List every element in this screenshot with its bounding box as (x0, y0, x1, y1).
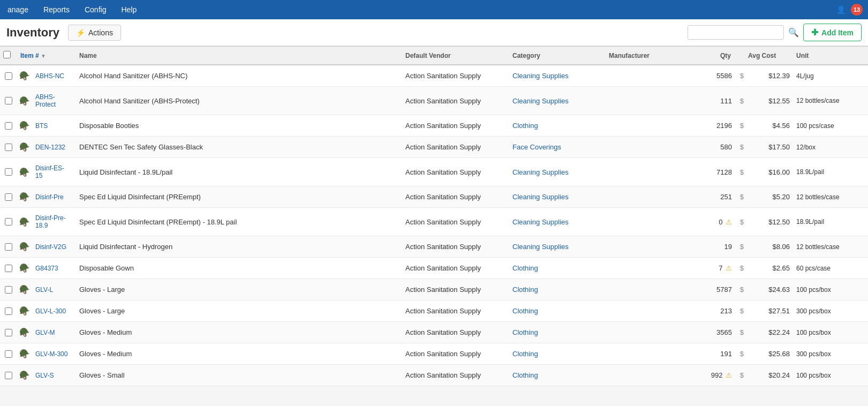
page-header: Inventory ⚡ Actions 🔍 ✚ Add Item (0, 19, 868, 46)
item-dollar-13: $ (734, 368, 745, 382)
row-checkbox-3[interactable] (0, 140, 17, 154)
item-avg-cost-3: $17.50 (745, 140, 793, 154)
row-checkbox-11[interactable] (0, 326, 17, 340)
table-row: 🪖 GLV-M Gloves - Medium Action Sanitatio… (0, 322, 868, 343)
item-category-9: Clothing (509, 282, 606, 297)
row-checkbox-12[interactable] (0, 347, 17, 361)
item-num-13: 🪖 GLV-S (17, 365, 76, 386)
item-dollar-6: $ (734, 215, 745, 229)
item-vendor-0: Action Sanitation Supply (402, 69, 509, 83)
add-item-button[interactable]: ✚ Add Item (803, 24, 862, 41)
item-id-link-1[interactable]: ABHS-Protect (32, 90, 74, 111)
add-item-label: Add Item (821, 28, 854, 37)
item-num-2: 🪖 BTS (17, 116, 76, 136)
item-name-7: Liquid Disinfectant - Hydrogen (76, 239, 402, 254)
item-id-link-8[interactable]: G84373 (32, 261, 62, 275)
col-category: Category (509, 51, 606, 61)
item-vendor-6: Action Sanitation Supply (402, 215, 509, 229)
item-id-link-10[interactable]: GLV-L-300 (32, 304, 69, 318)
item-vendor-2: Action Sanitation Supply (402, 118, 509, 133)
row-checkbox-5[interactable] (0, 190, 17, 204)
item-id-link-11[interactable]: GLV-M (32, 326, 58, 340)
item-qty-8: 7 ⚠ (691, 261, 734, 275)
notification-badge[interactable]: 13 (851, 4, 863, 16)
item-id-link-0[interactable]: ABHS-NC (32, 69, 67, 83)
item-manufacturer-8 (606, 265, 691, 272)
item-id-link-3[interactable]: DEN-1232 (32, 140, 69, 154)
item-id-link-7[interactable]: Disinf-V2G (32, 240, 70, 254)
hardhat-icon-4: 🪖 (19, 167, 30, 177)
item-id-link-13[interactable]: GLV-S (32, 369, 57, 382)
hardhat-icon-0: 🪖 (19, 71, 30, 81)
item-vendor-9: Action Sanitation Supply (402, 282, 509, 297)
item-avg-cost-12: $25.68 (745, 347, 793, 361)
item-id-link-6[interactable]: Disinf-Pre-18.9 (32, 211, 74, 232)
table-row: 🪖 BTS Disposable Booties Action Sanitati… (0, 115, 868, 137)
item-avg-cost-6: $12.50 (745, 215, 793, 229)
item-category-1: Cleaning Supplies (509, 94, 606, 108)
item-id-link-2[interactable]: BTS (32, 119, 51, 133)
item-qty-4: 7128 (691, 165, 734, 179)
actions-button[interactable]: ⚡ Actions (68, 25, 121, 41)
item-manufacturer-11 (606, 329, 691, 336)
item-num-12: 🪖 GLV-M-300 (17, 344, 76, 364)
item-qty-11: 3565 (691, 325, 734, 340)
select-all-checkbox[interactable] (3, 51, 11, 58)
hardhat-icon-10: 🪖 (19, 306, 30, 316)
item-manufacturer-2 (606, 123, 691, 129)
page-title: Inventory (6, 26, 59, 40)
item-name-3: DENTEC Sen Tec Safety Glasses-Black (76, 140, 402, 154)
row-checkbox-9[interactable] (0, 283, 17, 297)
item-avg-cost-4: $16.00 (745, 165, 793, 179)
item-avg-cost-0: $12.39 (745, 69, 793, 83)
col-unit: Unit (793, 51, 868, 61)
col-avg-cost: Avg Cost (745, 51, 793, 61)
hardhat-icon-11: 🪖 (19, 327, 30, 337)
nav-help[interactable]: Help (119, 1, 139, 18)
row-checkbox-2[interactable] (0, 119, 17, 133)
item-unit-5: 12 bottles/case (793, 190, 868, 204)
row-checkbox-1[interactable] (0, 94, 17, 108)
row-checkbox-4[interactable] (0, 165, 17, 179)
row-checkbox-7[interactable] (0, 240, 17, 254)
row-checkbox-6[interactable] (0, 215, 17, 229)
item-num-4: 🪖 Disinf-ES-15 (17, 158, 76, 186)
col-checkbox[interactable] (0, 50, 17, 61)
table-row: 🪖 Disinf-ES-15 Liquid Disinfectant - 18.… (0, 158, 868, 186)
nav-config[interactable]: Config (82, 1, 108, 18)
row-checkbox-0[interactable] (0, 69, 17, 83)
item-qty-3: 580 (691, 140, 734, 154)
item-id-link-9[interactable]: GLV-L (32, 283, 56, 297)
row-checkbox-13[interactable] (0, 369, 17, 382)
item-category-2: Clothing (509, 118, 606, 133)
nav-reports[interactable]: Reports (41, 1, 72, 18)
hardhat-icon-13: 🪖 (19, 370, 30, 380)
item-name-10: Gloves - Large (76, 304, 402, 318)
sort-arrow-item: ▼ (41, 53, 46, 59)
nav-manage[interactable]: anage (5, 1, 31, 18)
hardhat-icon-12: 🪖 (19, 349, 30, 359)
hardhat-icon-7: 🪖 (19, 242, 30, 252)
item-id-link-5[interactable]: Disinf-Pre (32, 190, 67, 204)
item-name-9: Gloves - Large (76, 282, 402, 297)
item-num-8: 🪖 G84373 (17, 258, 76, 279)
item-dollar-2: $ (734, 118, 745, 133)
item-manufacturer-3 (606, 144, 691, 151)
item-category-5: Cleaning Supplies (509, 190, 606, 204)
item-name-6: Spec Ed Liquid Disinfectant (PREempt) - … (76, 215, 402, 229)
item-category-12: Clothing (509, 347, 606, 361)
item-id-link-4[interactable]: Disinf-ES-15 (32, 161, 74, 183)
item-vendor-12: Action Sanitation Supply (402, 347, 509, 361)
item-num-0: 🪖 ABHS-NC (17, 66, 76, 86)
search-input[interactable] (688, 25, 784, 40)
table-row: 🪖 GLV-M-300 Gloves - Medium Action Sanit… (0, 343, 868, 365)
item-name-4: Liquid Disinfectant - 18.9L/pail (76, 165, 402, 179)
item-num-10: 🪖 GLV-L-300 (17, 301, 76, 321)
search-icon[interactable]: 🔍 (788, 27, 799, 37)
item-unit-13: 100 pcs/box (793, 369, 868, 382)
row-checkbox-8[interactable] (0, 261, 17, 275)
item-avg-cost-8: $2.65 (745, 261, 793, 275)
col-item-num[interactable]: Item # ▼ (17, 51, 76, 61)
row-checkbox-10[interactable] (0, 304, 17, 318)
item-id-link-12[interactable]: GLV-M-300 (32, 347, 71, 361)
